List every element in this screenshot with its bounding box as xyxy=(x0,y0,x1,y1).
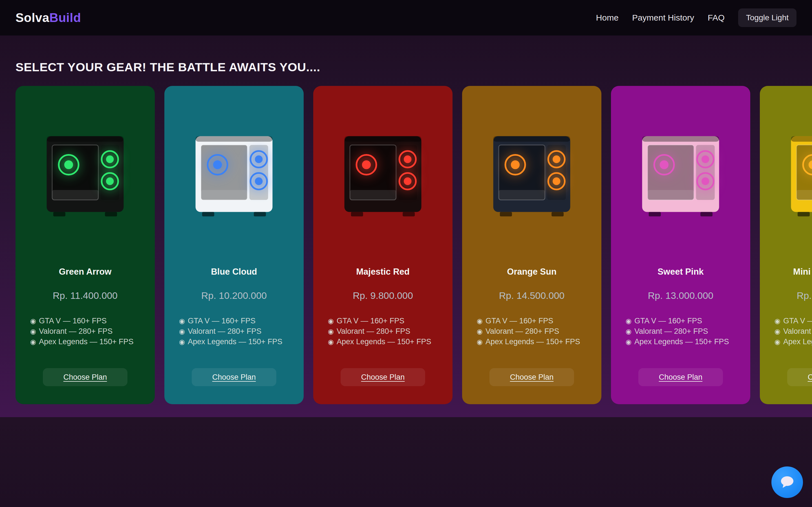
nav-links: Home Payment History FAQ Toggle Light xyxy=(596,8,797,27)
plan-card-sweet-pink: Sweet Pink Rp. 13.000.000 ◉GTA V — 160+ … xyxy=(611,86,750,404)
page-title: SELECT YOUR GEAR! THE BATTLE AWAITS YOU.… xyxy=(15,36,797,86)
pc-case-image xyxy=(774,86,812,263)
plan-spec-list: ◉GTA V — 160+ FPS ◉Valorant — 280+ FPS ◉… xyxy=(626,316,735,347)
spec-text: Apex Legends — 150+ FPS xyxy=(635,337,729,346)
plan-name: Green Arrow xyxy=(59,266,112,277)
choose-plan-button[interactable]: Choose Plan xyxy=(43,368,128,386)
spec-item: ◉Valorant — 280+ FPS xyxy=(774,326,812,337)
spec-text: GTA V — 160+ FPS xyxy=(39,317,107,325)
spec-bullet-icon: ◉ xyxy=(477,328,483,335)
choose-plan-button[interactable]: Choose Plan xyxy=(787,368,812,386)
spec-text: GTA V — 160+ FPS xyxy=(635,317,702,325)
spec-bullet-icon: ◉ xyxy=(179,317,185,325)
plan-spec-list: ◉GTA V — 160+ FPS ◉Valorant — 280+ FPS ◉… xyxy=(774,316,812,347)
toggle-theme-button[interactable]: Toggle Light xyxy=(738,8,797,27)
spec-item: ◉Apex Legends — 150+ FPS xyxy=(774,337,812,347)
choose-plan-button[interactable]: Choose Plan xyxy=(192,368,276,386)
plan-spec-list: ◉GTA V — 160+ FPS ◉Valorant — 280+ FPS ◉… xyxy=(477,316,587,347)
pc-case-illustration xyxy=(477,120,587,230)
plan-card-orange-sun: Orange Sun Rp. 14.500.000 ◉GTA V — 160+ … xyxy=(462,86,601,404)
spec-item: ◉GTA V — 160+ FPS xyxy=(774,316,812,326)
spec-item: ◉Valorant — 280+ FPS xyxy=(626,326,735,337)
pc-case-illustration xyxy=(179,120,289,230)
brand-logo[interactable]: SolvaBuild xyxy=(15,11,81,25)
spec-text: Apex Legends — 150+ FPS xyxy=(337,337,431,346)
plan-spec-list: ◉GTA V — 160+ FPS ◉Valorant — 280+ FPS ◉… xyxy=(328,316,438,347)
nav-link-faq[interactable]: FAQ xyxy=(708,13,725,22)
spec-item: ◉Apex Legends — 150+ FPS xyxy=(328,337,438,347)
spec-item: ◉GTA V — 160+ FPS xyxy=(328,316,438,326)
plan-spec-list: ◉GTA V — 160+ FPS ◉Valorant — 280+ FPS ◉… xyxy=(179,316,289,347)
choose-plan-button[interactable]: Choose Plan xyxy=(638,368,723,386)
spec-item: ◉GTA V — 160+ FPS xyxy=(30,316,140,326)
pc-case-image xyxy=(30,86,140,263)
plan-name: Majestic Red xyxy=(356,266,410,277)
pc-case-image xyxy=(626,86,735,263)
spec-text: GTA V — 160+ FPS xyxy=(486,317,553,325)
plan-spec-list: ◉GTA V — 160+ FPS ◉Valorant — 280+ FPS ◉… xyxy=(30,316,140,347)
spec-text: Valorant — 280+ FPS xyxy=(188,327,261,335)
footer-area xyxy=(0,417,812,507)
spec-text: Valorant — 280+ FPS xyxy=(486,327,559,335)
plan-name: Orange Sun xyxy=(507,266,557,277)
spec-text: Apex Legends — 150+ FPS xyxy=(188,337,282,346)
spec-bullet-icon: ◉ xyxy=(179,328,185,335)
pc-case-image xyxy=(328,86,438,263)
plan-price: Rp. 14.500.000 xyxy=(499,289,565,302)
pc-case-illustration xyxy=(328,120,438,230)
spec-item: ◉GTA V — 160+ FPS xyxy=(626,316,735,326)
spec-item: ◉Valorant — 280+ FPS xyxy=(328,326,438,337)
plans-section: SELECT YOUR GEAR! THE BATTLE AWAITS YOU.… xyxy=(0,36,812,417)
spec-bullet-icon: ◉ xyxy=(774,317,780,325)
pc-case-illustration xyxy=(774,120,812,230)
choose-plan-button[interactable]: Choose Plan xyxy=(341,368,425,386)
spec-bullet-icon: ◉ xyxy=(626,338,631,346)
chat-bubble-icon xyxy=(779,475,795,490)
spec-text: GTA V — 160+ FPS xyxy=(783,317,812,325)
spec-item: ◉Valorant — 280+ FPS xyxy=(477,326,587,337)
brand-part-1: Solva xyxy=(15,11,49,24)
spec-item: ◉GTA V — 160+ FPS xyxy=(179,316,289,326)
spec-bullet-icon: ◉ xyxy=(328,317,334,325)
spec-text: GTA V — 160+ FPS xyxy=(188,317,255,325)
nav-link-payment-history[interactable]: Payment History xyxy=(632,13,694,22)
plan-price: Rp. 13.000.000 xyxy=(648,289,714,302)
pc-case-image xyxy=(477,86,587,263)
spec-text: Valorant — 280+ FPS xyxy=(783,327,812,335)
plan-name: Mini Truck Yellow xyxy=(793,266,812,277)
plan-price: Rp. 11.400.000 xyxy=(53,289,117,302)
chat-launcher-button[interactable] xyxy=(771,466,803,498)
spec-text: Valorant — 280+ FPS xyxy=(635,327,708,335)
plan-price: Rp. 19.500.000 xyxy=(797,289,812,302)
spec-bullet-icon: ◉ xyxy=(477,338,483,346)
plan-card-green-arrow: Green Arrow Rp. 11.400.000 ◉GTA V — 160+… xyxy=(15,86,155,404)
choose-plan-button[interactable]: Choose Plan xyxy=(490,368,574,386)
spec-bullet-icon: ◉ xyxy=(774,328,780,335)
pc-case-illustration xyxy=(626,120,735,230)
plan-price: Rp. 9.800.000 xyxy=(353,289,413,302)
spec-bullet-icon: ◉ xyxy=(328,338,334,346)
spec-text: GTA V — 160+ FPS xyxy=(337,317,404,325)
spec-bullet-icon: ◉ xyxy=(477,317,483,325)
spec-bullet-icon: ◉ xyxy=(30,338,36,346)
plan-card-mini-truck-yellow: Mini Truck Yellow Rp. 19.500.000 ◉GTA V … xyxy=(760,86,812,404)
spec-text: Apex Legends — 150+ FPS xyxy=(486,337,580,346)
spec-bullet-icon: ◉ xyxy=(626,317,631,325)
spec-item: ◉Apex Legends — 150+ FPS xyxy=(30,337,140,347)
spec-text: Valorant — 280+ FPS xyxy=(337,327,410,335)
spec-bullet-icon: ◉ xyxy=(30,328,36,335)
plan-card-grid: Green Arrow Rp. 11.400.000 ◉GTA V — 160+… xyxy=(15,86,797,404)
spec-bullet-icon: ◉ xyxy=(328,328,334,335)
plan-name: Sweet Pink xyxy=(658,266,704,277)
top-navbar: SolvaBuild Home Payment History FAQ Togg… xyxy=(0,0,812,36)
brand-part-2: Build xyxy=(49,11,81,24)
spec-text: Apex Legends — 150+ FPS xyxy=(783,337,812,346)
spec-item: ◉Apex Legends — 150+ FPS xyxy=(626,337,735,347)
spec-item: ◉Valorant — 280+ FPS xyxy=(30,326,140,337)
nav-link-home[interactable]: Home xyxy=(596,13,619,22)
plan-name: Blue Cloud xyxy=(211,266,257,277)
spec-bullet-icon: ◉ xyxy=(179,338,185,346)
spec-bullet-icon: ◉ xyxy=(774,338,780,346)
plan-price: Rp. 10.200.000 xyxy=(201,289,267,302)
pc-case-illustration xyxy=(30,120,140,230)
